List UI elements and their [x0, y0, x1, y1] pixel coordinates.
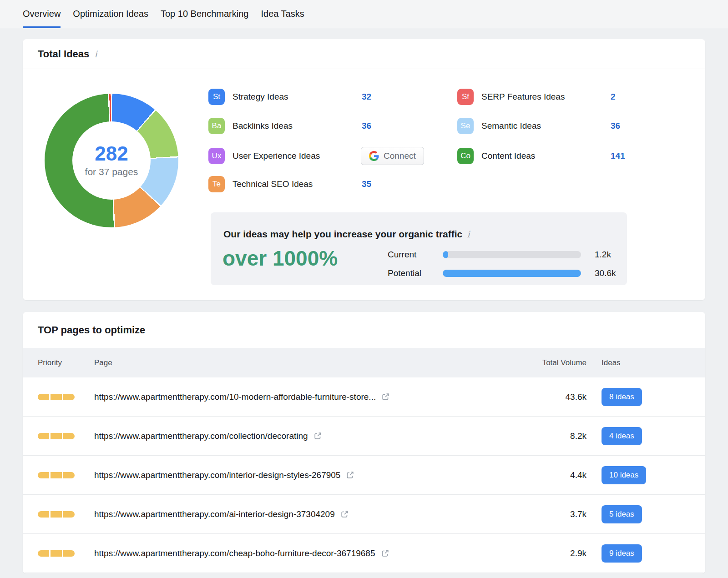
category-user-experience: Ux User Experience Ideas Connect — [208, 148, 445, 164]
table-row: https://www.apartmenttherapy.com/interio… — [23, 456, 705, 495]
page-url-link[interactable]: https://www.apartmenttherapy.com/10-mode… — [94, 392, 376, 402]
ideas-count-button[interactable]: 4 ideas — [602, 427, 642, 445]
table-header: Priority Page Total Volume Ideas — [23, 348, 705, 377]
current-label: Current — [388, 250, 443, 260]
potential-value: 30.6k — [595, 268, 616, 278]
category-label: SERP Features Ideas — [481, 92, 565, 102]
semantic-badge-icon: Se — [457, 118, 474, 134]
donut-center: 282 for 37 pages — [72, 121, 151, 200]
donut-total-value: 282 — [95, 144, 128, 164]
category-label: Semantic Ideas — [481, 121, 541, 131]
donut-total-label: for 37 pages — [85, 166, 138, 177]
potential-bar-fill — [443, 270, 581, 277]
info-icon[interactable]: i — [94, 50, 97, 59]
category-label: Strategy Ideas — [233, 92, 288, 102]
category-label: Backlinks Ideas — [233, 121, 293, 131]
total-volume-value: 4.4k — [536, 470, 586, 480]
current-bar-fill — [443, 251, 448, 258]
google-connect-button[interactable]: Connect — [361, 147, 424, 165]
category-count[interactable]: 32 — [362, 92, 371, 102]
info-icon[interactable]: i — [467, 230, 470, 239]
ideas-count-button[interactable]: 9 ideas — [602, 544, 642, 563]
total-ideas-card: Total Ideas i 282 for 37 pages St Strate… — [23, 39, 705, 300]
tab-overview[interactable]: Overview — [23, 0, 61, 28]
tab-idea-tasks[interactable]: Idea Tasks — [261, 0, 304, 28]
tab-optimization-ideas[interactable]: Optimization Ideas — [73, 0, 148, 28]
column-header-page: Page — [94, 358, 536, 367]
table-row: https://www.apartmenttherapy.com/cheap-b… — [23, 534, 705, 573]
potential-traffic-row: Potential 30.6k — [388, 268, 616, 279]
category-semantic: Se Semantic Ideas 36 — [457, 118, 694, 134]
total-volume-value: 8.2k — [536, 431, 586, 441]
category-label: Content Ideas — [481, 151, 535, 161]
connect-button-label: Connect — [384, 151, 416, 161]
ideas-count-button[interactable]: 10 ideas — [602, 466, 646, 484]
category-content: Co Content Ideas 141 — [457, 148, 694, 164]
serp-features-badge-icon: Sf — [457, 89, 474, 105]
page-url-link[interactable]: https://www.apartmenttherapy.com/cheap-b… — [94, 548, 375, 558]
total-volume-value: 3.7k — [536, 509, 586, 519]
traffic-title: Our ideas may help you increase your org… — [223, 229, 470, 240]
column-header-priority: Priority — [38, 358, 94, 367]
priority-indicator — [38, 550, 94, 557]
potential-bar-track — [443, 270, 581, 277]
top-pages-card: TOP pages to optimize Priority Page Tota… — [23, 312, 705, 573]
priority-indicator — [38, 433, 94, 439]
user-experience-badge-icon: Ux — [208, 148, 225, 164]
external-link-icon[interactable] — [381, 549, 389, 558]
external-link-icon[interactable] — [381, 392, 390, 401]
strategy-badge-icon: St — [208, 89, 225, 105]
total-volume-value: 43.6k — [536, 392, 586, 402]
backlinks-badge-icon: Ba — [208, 118, 225, 134]
current-value: 1.2k — [595, 250, 611, 260]
card-title: Total Ideas — [38, 48, 89, 60]
category-count[interactable]: 35 — [362, 179, 371, 189]
column-header-ideas: Ideas — [586, 358, 690, 367]
traffic-highlight: over 1000% — [222, 246, 338, 271]
traffic-title-text: Our ideas may help you increase your org… — [223, 229, 462, 240]
external-link-icon[interactable] — [346, 471, 354, 479]
external-link-icon[interactable] — [340, 510, 349, 518]
category-technical-seo: Te Technical SEO Ideas 35 — [208, 176, 445, 192]
top-pages-title: TOP pages to optimize — [23, 312, 705, 348]
page-url-link[interactable]: https://www.apartmenttherapy.com/collect… — [94, 431, 308, 441]
total-ideas-header: Total Ideas i — [23, 39, 705, 69]
category-count[interactable]: 36 — [611, 121, 620, 131]
total-volume-value: 2.9k — [536, 548, 586, 558]
current-traffic-row: Current 1.2k — [388, 249, 611, 260]
potential-label: Potential — [388, 268, 443, 278]
ideas-donut-chart[interactable]: 282 for 37 pages — [45, 94, 178, 227]
google-logo-icon — [369, 151, 379, 161]
category-count[interactable]: 2 — [611, 92, 616, 102]
page-url-link[interactable]: https://www.apartmenttherapy.com/ai-inte… — [94, 509, 335, 519]
ideas-count-button[interactable]: 8 ideas — [602, 388, 642, 406]
content-badge-icon: Co — [457, 148, 474, 164]
category-serp-features: Sf SERP Features Ideas 2 — [457, 89, 694, 105]
category-backlinks: Ba Backlinks Ideas 36 — [208, 118, 445, 134]
organic-traffic-box: Our ideas may help you increase your org… — [211, 212, 627, 285]
category-label: User Experience Ideas — [233, 151, 320, 161]
table-row: https://www.apartmenttherapy.com/10-mode… — [23, 377, 705, 417]
category-strategy: St Strategy Ideas 32 — [208, 89, 445, 105]
table-row: https://www.apartmenttherapy.com/collect… — [23, 417, 705, 456]
category-count[interactable]: 36 — [362, 121, 371, 131]
tab-top-10-benchmarking[interactable]: Top 10 Benchmarking — [161, 0, 248, 28]
column-header-total-volume: Total Volume — [536, 358, 586, 367]
table-row: https://www.apartmenttherapy.com/ai-inte… — [23, 495, 705, 534]
priority-indicator — [38, 511, 94, 518]
page-url-link[interactable]: https://www.apartmenttherapy.com/interio… — [94, 470, 340, 480]
ideas-count-button[interactable]: 5 ideas — [602, 505, 642, 523]
priority-indicator — [38, 472, 94, 478]
tab-bar: Overview Optimization Ideas Top 10 Bench… — [0, 0, 728, 28]
external-link-icon[interactable] — [313, 432, 322, 440]
category-label: Technical SEO Ideas — [233, 179, 313, 189]
category-count[interactable]: 141 — [611, 151, 625, 161]
technical-seo-badge-icon: Te — [208, 176, 225, 192]
priority-indicator — [38, 394, 94, 400]
current-bar-track — [443, 251, 581, 258]
